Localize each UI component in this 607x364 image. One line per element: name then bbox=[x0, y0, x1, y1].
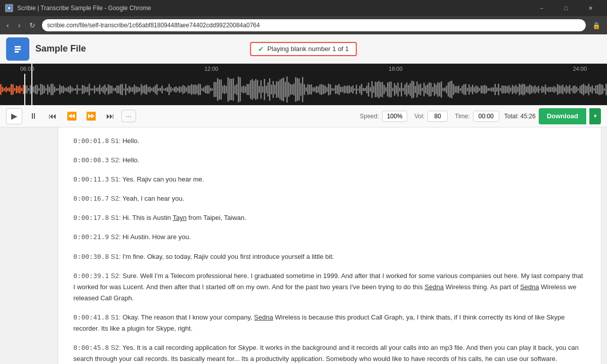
app-logo bbox=[6, 37, 29, 61]
extension-icon: 🔒 bbox=[590, 21, 603, 30]
main-content: 0:00:01.8 S1: Hello.0:00:08.3 S2: Hello.… bbox=[0, 127, 607, 364]
maximize-button[interactable]: □ bbox=[554, 0, 578, 16]
play-button[interactable]: ▶ bbox=[6, 108, 22, 124]
time-input[interactable] bbox=[473, 111, 499, 122]
close-button[interactable]: ✕ bbox=[579, 0, 602, 16]
time-label: Time: bbox=[455, 113, 470, 120]
refresh-button[interactable]: ↻ bbox=[27, 20, 38, 30]
address-bar: ‹ › ↻ 🔒 bbox=[0, 16, 607, 34]
transcript-line: 0:00:16.7 S2: Yeah, I can hear you. bbox=[73, 193, 586, 204]
back-button[interactable]: ‹ bbox=[4, 20, 12, 30]
sidebar bbox=[0, 127, 58, 364]
title-bar-left: Scribie | Transcribe Sample File - Googl… bbox=[5, 4, 151, 12]
pause-button[interactable]: ⏸ bbox=[25, 108, 41, 124]
forward-button[interactable]: › bbox=[16, 20, 23, 30]
vol-label: Vol: bbox=[414, 113, 424, 120]
transcript-line: 0:00:11.3 S1: Yes. Rajiv can you hear me… bbox=[73, 174, 586, 185]
transcript-line: 0:00:41.8 S1: Okay. The reason that I kn… bbox=[73, 312, 586, 334]
transcript-line: 0:00:45.8 S2: Yes. It is a call recordin… bbox=[73, 342, 586, 364]
skip-to-end-button[interactable]: ⏭ bbox=[102, 108, 118, 124]
total-duration: Total: 45:26 bbox=[504, 113, 536, 120]
title-bar: Scribie | Transcribe Sample File - Googl… bbox=[0, 0, 607, 16]
transcript-line: 0:00:21.9 S2: Hi Austin. How are you. bbox=[73, 232, 586, 243]
chrome-icon bbox=[5, 4, 13, 12]
window-title: Scribie | Transcribe Sample File - Googl… bbox=[17, 5, 151, 12]
file-title: Sample File bbox=[35, 43, 86, 54]
playing-dot-icon: ✔ bbox=[258, 45, 264, 53]
speed-input[interactable] bbox=[382, 111, 407, 122]
address-input[interactable] bbox=[42, 19, 586, 31]
svg-point-1 bbox=[8, 7, 10, 9]
vol-input[interactable] bbox=[427, 111, 448, 122]
playhead-cursor bbox=[31, 64, 32, 105]
fast-forward-button[interactable]: ⏩ bbox=[83, 108, 99, 124]
waveform-area[interactable]: 06:00 12:00 18:00 24:00 00:00 bbox=[0, 64, 607, 105]
playing-status-text: Playing blank number 1 of 1 bbox=[267, 45, 349, 53]
app-header: Sample File ✔ Playing blank number 1 of … bbox=[0, 34, 607, 64]
controls-bar: ▶ ⏸ ⏮ ⏪ ⏩ ⏭ ··· Speed: Vol: Time: Total:… bbox=[0, 105, 607, 127]
transcript-line: 0:00:08.3 S2: Hello. bbox=[73, 155, 586, 166]
transcript-area[interactable]: 0:00:01.8 S1: Hello.0:00:08.3 S2: Hello.… bbox=[58, 127, 601, 364]
time-mark-3: 18:00 bbox=[388, 66, 403, 72]
transcript-line: 0:00:39.1 S2: Sure. Well I'm a Telecom p… bbox=[73, 270, 586, 304]
transcript-line: 0:00:17.8 S1: Hi. This is Austin Tayn fr… bbox=[73, 212, 586, 223]
skip-to-start-button[interactable]: ⏮ bbox=[45, 108, 61, 124]
minimize-button[interactable]: − bbox=[530, 0, 553, 16]
playing-status-badge: ✔ Playing blank number 1 of 1 bbox=[250, 42, 357, 56]
waveform-times: 06:00 12:00 18:00 24:00 bbox=[0, 66, 607, 72]
scrollbar[interactable] bbox=[601, 127, 607, 364]
download-dropdown-button[interactable]: ▾ bbox=[589, 108, 601, 124]
time-mark-2: 12:00 bbox=[204, 66, 219, 72]
time-mark-4: 24:00 bbox=[573, 66, 587, 72]
more-options-button[interactable]: ··· bbox=[121, 110, 136, 122]
transcript-line: 0:00:01.8 S1: Hello. bbox=[73, 135, 586, 147]
transcript-line: 0:00:30.8 S1: I'm fine. Okay, so today, … bbox=[73, 251, 586, 262]
window-controls: − □ ✕ bbox=[530, 0, 602, 16]
download-button[interactable]: Download bbox=[539, 108, 586, 124]
rewind-button[interactable]: ⏪ bbox=[64, 108, 80, 124]
speed-label: Speed: bbox=[360, 113, 379, 120]
